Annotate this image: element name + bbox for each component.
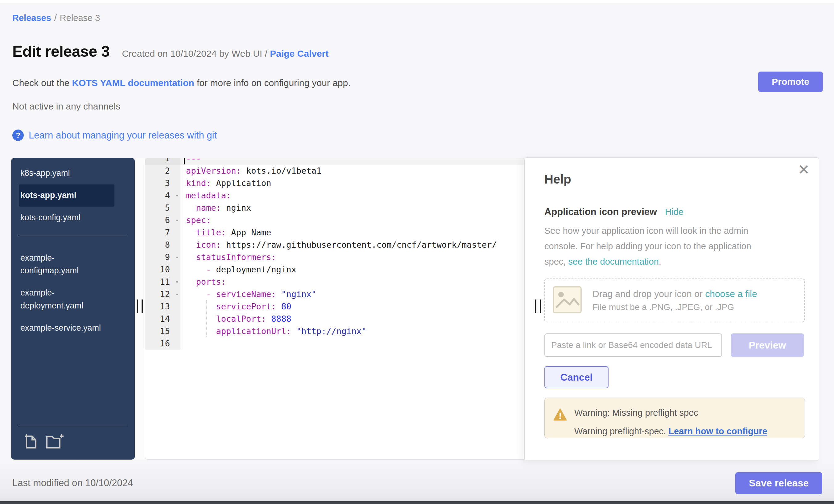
line-number: 12 — [160, 288, 170, 301]
editor-line-14[interactable]: 14 localPort: 8888 — [145, 313, 524, 325]
docs-post: for more info on configuring your app. — [194, 78, 351, 88]
icon-preview-heading: Application icon preview — [544, 206, 657, 217]
created-meta: Created on 10/10/2024 by Web UI / Paige … — [122, 48, 328, 59]
file-group: k8s-app.yamlkots-app.yamlkots-config.yam… — [11, 158, 135, 229]
code-text: statusInformers: — [180, 251, 524, 263]
icon-url-input[interactable] — [544, 333, 722, 357]
line-number: 3 — [165, 177, 170, 190]
author-link[interactable]: Paige Calvert — [270, 48, 328, 59]
file-groups: k8s-app.yamlkots-app.yamlkots-config.yam… — [11, 158, 135, 339]
configure-preflight-link[interactable]: Learn how to configure — [668, 426, 767, 436]
kots-docs-link[interactable]: KOTS YAML documentation — [72, 78, 194, 88]
gutter-cell: 3 — [145, 177, 180, 190]
warning-detail: Warning preflight-spec. Learn how to con… — [574, 426, 767, 436]
editor-line-1[interactable]: 1--- — [145, 158, 524, 165]
line-number: 7 — [165, 226, 170, 239]
code-text: kind: Application — [180, 177, 524, 190]
code-row: servicePort: 80 — [180, 301, 524, 313]
file-item-kots-config.yaml[interactable]: kots-config.yaml — [19, 207, 114, 229]
code-row: localPort: 8888 — [180, 313, 524, 325]
line-number: 9 — [165, 251, 170, 263]
fold-arrow-icon[interactable]: ▾ — [175, 214, 179, 226]
line-number: 13 — [160, 301, 170, 313]
file-item-k8s-app.yaml[interactable]: k8s-app.yaml — [19, 162, 114, 184]
file-item-example-deployment.yaml[interactable]: example-deployment.yaml — [19, 282, 114, 317]
add-folder-icon[interactable] — [46, 434, 65, 450]
code-text: spec: — [180, 214, 524, 226]
sidebar-bottom — [11, 426, 135, 460]
editor-line-11[interactable]: 11▾ ports: — [145, 276, 524, 288]
gutter-cell: 9▾ — [145, 251, 180, 263]
see-documentation-link[interactable]: see the documentation — [568, 257, 659, 266]
line-number: 2 — [165, 165, 170, 177]
code-text: applicationUrl: "http://nginx" — [180, 325, 524, 337]
code-text: servicePort: 80 — [180, 301, 524, 313]
gutter-cell: 8 — [145, 239, 180, 251]
icon-dropzone[interactable]: Drag and drop your icon or choose a file… — [544, 279, 805, 322]
line-number: 11 — [160, 276, 170, 288]
line-number: 8 — [165, 239, 170, 251]
editor-line-4[interactable]: 4▾metadata: — [145, 190, 524, 202]
file-group-divider — [19, 236, 127, 236]
help-panel-resize-handle[interactable] — [535, 300, 541, 313]
top-strip — [0, 0, 834, 3]
file-group: example-configmap.yamlexample-deployment… — [11, 243, 135, 339]
editor-line-10[interactable]: 10 - deployment/nginx — [145, 263, 524, 276]
editor-line-6[interactable]: 6▾spec: — [145, 214, 524, 226]
fold-arrow-icon[interactable]: ▾ — [175, 190, 179, 202]
gutter-cell: 7 — [145, 226, 180, 239]
line-number: 5 — [165, 202, 170, 214]
fold-arrow-icon[interactable]: ▾ — [175, 251, 179, 263]
editor-line-12[interactable]: 12▾ - serviceName: "nginx" — [145, 288, 524, 301]
dropzone-hint: File must be a .PNG, .JPEG, or .JPG — [592, 302, 757, 312]
help-description: See how your application icon will look … — [544, 223, 760, 269]
editor-line-8[interactable]: 8 icon: https://raw.githubusercontent.co… — [145, 239, 524, 251]
sidebar-resize-handle[interactable] — [137, 300, 143, 313]
warning-icon — [553, 409, 567, 422]
code-row: icon: https://raw.githubusercontent.com/… — [180, 239, 524, 251]
code-text: ports: — [180, 276, 524, 288]
editor-line-7[interactable]: 7 title: App Name — [145, 226, 524, 239]
choose-file-link[interactable]: choose a file — [705, 289, 757, 299]
code-row: spec: — [180, 214, 524, 226]
code-text: name: nginx — [180, 202, 524, 214]
editor-line-9[interactable]: 9▾ statusInformers: — [145, 251, 524, 263]
git-help-link[interactable]: Learn about managing your releases with … — [29, 130, 217, 141]
hide-link[interactable]: Hide — [665, 207, 683, 217]
code-text: metadata: — [180, 190, 524, 202]
gutter-cell: 10 — [145, 263, 180, 276]
file-item-example-configmap.yaml[interactable]: example-configmap.yaml — [19, 247, 114, 282]
git-help-row[interactable]: ? Learn about managing your releases wit… — [12, 130, 217, 141]
code-text: title: App Name — [180, 226, 524, 239]
image-placeholder-icon — [552, 286, 582, 315]
file-item-example-service.yaml[interactable]: example-service.yaml — [19, 317, 114, 339]
code-row: title: App Name — [180, 226, 524, 239]
cancel-button[interactable]: Cancel — [544, 366, 609, 388]
gutter-cell: 13 — [145, 301, 180, 313]
editor-line-3[interactable]: 3kind: Application — [145, 177, 524, 190]
fold-arrow-icon[interactable]: ▾ — [175, 276, 179, 288]
editor-line-13[interactable]: 13 servicePort: 80 — [145, 301, 524, 313]
editor-line-15[interactable]: 15 applicationUrl: "http://nginx" — [145, 325, 524, 337]
line-number: 4 — [165, 190, 170, 202]
save-release-button[interactable]: Save release — [735, 472, 822, 494]
editor-line-5[interactable]: 5 name: nginx — [145, 202, 524, 214]
close-icon[interactable]: ✕ — [797, 162, 810, 177]
promote-button[interactable]: Promote — [758, 71, 823, 92]
file-item-kots-app.yaml[interactable]: kots-app.yaml — [19, 184, 114, 207]
help-desc-period: . — [659, 257, 661, 266]
line-number: 10 — [160, 263, 170, 276]
breadcrumb: Releases/Release 3 — [12, 13, 100, 23]
breadcrumb-releases-link[interactable]: Releases — [12, 13, 51, 23]
fold-arrow-icon[interactable]: ▾ — [175, 288, 179, 301]
preview-button[interactable]: Preview — [731, 333, 804, 357]
add-file-icon[interactable] — [23, 434, 38, 450]
help-title: Help — [544, 172, 571, 186]
editor-line-2[interactable]: 2apiVersion: kots.io/v1beta1 — [145, 165, 524, 177]
editor-line-16[interactable]: 16 — [145, 337, 524, 350]
yaml-editor[interactable]: 1---2apiVersion: kots.io/v1beta13kind: A… — [145, 158, 524, 460]
gutter-cell: 5 — [145, 202, 180, 214]
breadcrumb-separator: / — [54, 13, 57, 23]
sidebar-actions — [11, 434, 135, 460]
created-text: Created on 10/10/2024 by Web UI / — [122, 48, 270, 59]
